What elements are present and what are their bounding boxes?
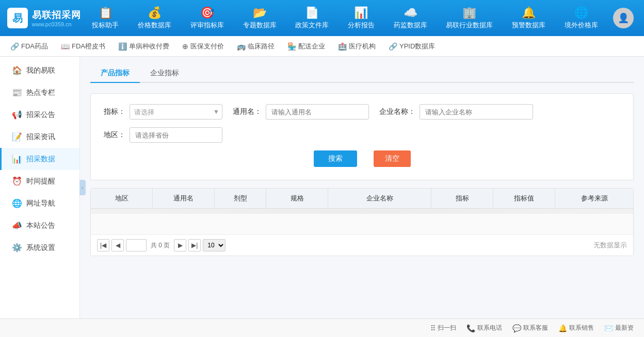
sidebar-item-my-yilian[interactable]: 🏠 我的易联: [0, 59, 79, 81]
bottom-latest-news[interactable]: ✉️ 最新资: [604, 324, 634, 332]
second-nav-distribution[interactable]: 🏪 配送企业: [287, 42, 325, 51]
nav-label-foreign-price: 境外价格库: [565, 21, 598, 30]
second-nav-ypid[interactable]: 🔗 YPID数据库: [389, 42, 435, 51]
logo-area[interactable]: 易 易联招采网 www.pc0359.cn: [5, 3, 83, 33]
nav-item-industry-db[interactable]: 🏢 易联行业数据库: [442, 4, 497, 32]
common-name-input[interactable]: [266, 104, 369, 120]
page-last-btn[interactable]: ▶|: [188, 239, 201, 251]
nav-item-drug-db[interactable]: ☁️ 药监数据库: [390, 4, 431, 32]
th-region: 地区: [91, 189, 153, 208]
second-nav-hospital[interactable]: 🏥 医疗机构: [338, 42, 376, 51]
bottom-news-label: 最新资: [615, 324, 634, 332]
distribution-icon: 🏪: [287, 42, 296, 50]
th-enterprise: 企业名称: [328, 189, 431, 208]
nav-label-analysis: 分析报告: [348, 21, 375, 30]
second-nav-label-single-fee: 单病种收付费: [129, 42, 169, 51]
clear-button[interactable]: 清空: [374, 150, 411, 167]
nav-item-price-db[interactable]: 💰 价格数据库: [134, 4, 175, 32]
region-input[interactable]: [130, 127, 222, 143]
industry-db-icon: 🏢: [462, 6, 476, 20]
tab-label-product-index: 产品指标: [101, 69, 130, 77]
page-current-input[interactable]: 1: [126, 239, 147, 251]
web-nav-icon: 🌐: [12, 198, 22, 208]
sidebar-item-system-settings[interactable]: ⚙️ 系统设置: [0, 237, 79, 259]
sales-icon: 🔔: [558, 324, 567, 332]
second-nav-single-fee[interactable]: ℹ️ 单病种收付费: [118, 42, 169, 51]
th-common-name: 通用名: [153, 189, 215, 208]
nav-item-analysis[interactable]: 📊 分析报告: [344, 4, 379, 32]
sidebar-label-bidding-notice: 招采公告: [26, 110, 55, 120]
second-nav-label-ypid: YPID数据库: [399, 42, 435, 51]
enterprise-name-label: 企业名称：: [379, 107, 415, 116]
fda-orange-icon: 📖: [61, 42, 70, 50]
common-name-field: 通用名：: [233, 104, 369, 120]
sidebar-item-bidding-notice[interactable]: 📢 招采公告: [0, 104, 79, 126]
bottom-contact-phone[interactable]: 📞 联系电话: [466, 324, 502, 332]
indicator-field: 指标： 请选择 ▼: [104, 104, 222, 120]
scan-icon: ⠿: [430, 324, 436, 332]
second-nav-fda-drug[interactable]: 🔗 FDA药品: [10, 42, 48, 51]
bottom-sales-label: 联系销售: [569, 324, 594, 332]
foreign-price-icon: 🌐: [574, 6, 588, 20]
bottom-service-label: 联系客服: [523, 324, 548, 332]
sidebar-item-site-notice[interactable]: 📣 本站公告: [0, 214, 79, 237]
search-button[interactable]: 搜索: [314, 150, 357, 167]
nav-label-bidding: 投标助手: [92, 21, 119, 30]
indicator-select[interactable]: 请选择: [130, 104, 222, 120]
nav-item-topic-db[interactable]: 📂 专题数据库: [239, 4, 281, 32]
th-indicator-value: 指标值: [493, 189, 555, 208]
nav-item-review-db[interactable]: 🎯 评审指标库: [186, 4, 228, 32]
review-db-icon: 🎯: [200, 6, 214, 20]
bidding-notice-icon: 📢: [12, 110, 22, 120]
bottom-contact-sales[interactable]: 🔔 联系销售: [558, 324, 594, 332]
sidebar-label-web-nav: 网址导航: [26, 199, 55, 208]
sidebar-item-hot-column[interactable]: 📰 热点专栏: [0, 81, 79, 104]
region-field: 地区：: [104, 127, 222, 143]
sidebar-label-bidding-data: 招采数据: [26, 155, 55, 164]
nav-item-bidding[interactable]: 📋 投标助手: [88, 4, 123, 32]
nav-item-warning-db[interactable]: 🔔 预警数据库: [508, 4, 550, 32]
page-first-btn[interactable]: |◀: [97, 239, 109, 251]
enterprise-name-input[interactable]: [420, 104, 533, 120]
second-nav-medical-pay[interactable]: ⊕ 医保支付价: [182, 42, 224, 51]
table-scroll-bar[interactable]: [91, 209, 633, 214]
nav-items: 📋 投标助手 💰 价格数据库 🎯 评审指标库 📂 专题数据库 📄 政策文件库 📊…: [83, 4, 639, 32]
bottom-scan[interactable]: ⠿ 扫一扫: [430, 324, 456, 332]
indicator-label: 指标：: [104, 107, 125, 116]
sidebar-label-my-yilian: 我的易联: [26, 66, 55, 75]
hot-column-icon: 📰: [12, 88, 22, 97]
sidebar-item-bidding-data[interactable]: 📊 招采数据: [0, 148, 79, 170]
phone-icon: 📞: [466, 324, 475, 332]
page-size-select[interactable]: 10 20 50: [203, 239, 226, 251]
logo-icon: 易: [7, 8, 28, 28]
sidebar-label-time-reminder: 时间提醒: [26, 177, 55, 186]
no-data-text: 无数据显示: [593, 241, 627, 250]
warning-db-icon: 🔔: [522, 6, 536, 20]
sidebar-label-site-notice: 本站公告: [26, 221, 55, 230]
sidebar-item-time-reminder[interactable]: ⏰ 时间提醒: [0, 170, 79, 192]
indicator-select-wrapper: 请选择 ▼: [130, 104, 222, 120]
second-nav-label-medical-pay: 医保支付价: [190, 42, 224, 51]
time-reminder-icon: ⏰: [12, 176, 22, 186]
second-nav-fda-orange[interactable]: 📖 FDA橙皮书: [61, 42, 105, 51]
drug-db-icon: ☁️: [404, 6, 417, 20]
nav-label-price-db: 价格数据库: [138, 21, 171, 30]
sidebar-item-web-nav[interactable]: 🌐 网址导航: [0, 192, 79, 214]
second-nav-clinical-path[interactable]: 🚌 临床路径: [237, 42, 275, 51]
sidebar-toggle[interactable]: ‹: [79, 180, 86, 195]
user-avatar[interactable]: 👤: [613, 8, 634, 28]
nav-item-foreign-price[interactable]: 🌐 境外价格库: [560, 4, 602, 32]
logo-icon-text: 易: [12, 11, 23, 25]
search-form: 指标： 请选择 ▼ 通用名： 企业名称：: [90, 93, 634, 180]
sidebar-item-bidding-news[interactable]: 📝 招采资讯: [0, 126, 79, 148]
page-prev-btn[interactable]: ◀: [111, 239, 124, 251]
tab-product-index[interactable]: 产品指标: [90, 64, 140, 83]
second-nav: 🔗 FDA药品 📖 FDA橙皮书 ℹ️ 单病种收付费 ⊕ 医保支付价 🚌 临床路…: [0, 36, 644, 57]
page-next-btn[interactable]: ▶: [174, 239, 186, 251]
bottom-contact-service[interactable]: 💬 联系客服: [512, 324, 548, 332]
nav-label-topic-db: 专题数据库: [243, 21, 277, 30]
service-icon: 💬: [512, 324, 521, 332]
nav-item-policy-db[interactable]: 📄 政策文件库: [291, 4, 333, 32]
tab-enterprise-index[interactable]: 企业指标: [140, 64, 189, 83]
sidebar-label-bidding-news: 招采资讯: [26, 132, 55, 142]
